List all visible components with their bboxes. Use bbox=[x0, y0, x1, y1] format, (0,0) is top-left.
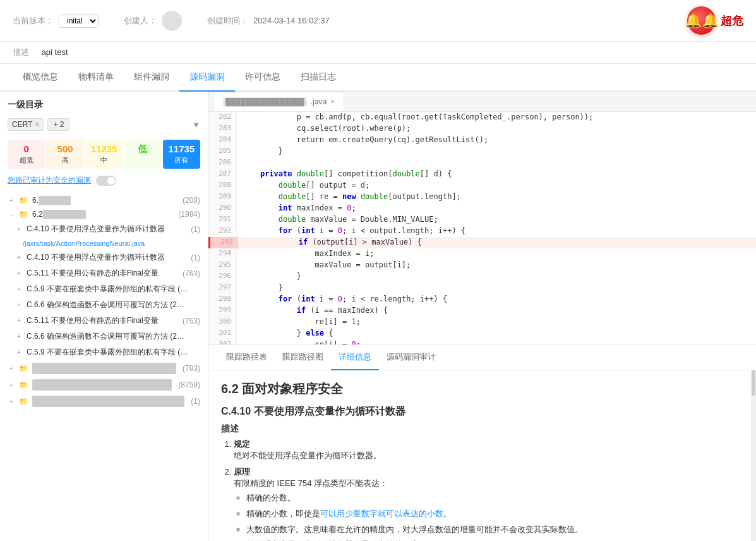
code-line-294: 294 maxIndex = i; bbox=[208, 248, 756, 260]
all-label: 所有 bbox=[165, 155, 198, 165]
tree-count-c410-1: (1) bbox=[191, 225, 200, 234]
tab-source[interactable]: 源码漏洞 bbox=[179, 64, 235, 92]
detail-tab-detail-info[interactable]: 详细信息 bbox=[331, 345, 379, 370]
severity-critical[interactable]: 0 超危 bbox=[8, 140, 45, 169]
scrollbar[interactable] bbox=[751, 345, 756, 541]
tree-item-c59-2[interactable]: + C.5.9 不要在嵌套类中暴露外部组的私有字段 (… bbox=[0, 344, 208, 360]
code-line-293: 293 if (output[i] > maxValue) { bbox=[208, 237, 756, 248]
tree-item-c511-2[interactable]: + C.5.11 不要使用公有静态的非Final变量 (763) bbox=[0, 313, 208, 329]
code-tab-java[interactable]: ████████████████ .java × bbox=[213, 92, 344, 111]
low-count: 低 bbox=[126, 143, 159, 155]
rule-title: C.4.10 不要使用浮点变量作为循环计数器 bbox=[221, 405, 743, 418]
creator-label: 创建人： bbox=[124, 15, 157, 27]
detail-tab-bar: 限踪路径表 限踪路径图 详细信息 源码漏洞审计 bbox=[208, 345, 756, 370]
detail-panel: 限踪路径表 限踪路径图 详细信息 源码漏洞审计 6.2 面对对象程序安全 C.4… bbox=[208, 344, 756, 541]
expand-icon-c511-2[interactable]: + bbox=[15, 317, 23, 324]
tab-components[interactable]: 组件漏洞 bbox=[124, 64, 179, 92]
line-num-287: 287 bbox=[208, 169, 237, 180]
expand-icon-6-1[interactable]: + bbox=[8, 197, 15, 204]
code-line-292: 292 for (int i = 0; i < output.length; i… bbox=[208, 226, 756, 237]
toggle-switch[interactable] bbox=[96, 176, 116, 186]
cert-tag-label: CERT bbox=[12, 120, 32, 129]
expand-icon-c410-2[interactable]: + bbox=[15, 254, 23, 261]
severity-low[interactable]: 低 bbox=[124, 140, 161, 169]
rule-1: 规定 绝对不能使用浮点变量作为循环计数器。 bbox=[234, 439, 743, 461]
rule-1-label: 规定 bbox=[234, 439, 250, 449]
desc-label: 描述 bbox=[13, 47, 29, 57]
expand-icon-783[interactable]: + bbox=[8, 365, 15, 372]
tab-overview[interactable]: 概览信息 bbox=[13, 64, 68, 92]
high-count: 500 bbox=[49, 143, 81, 154]
folder-icon-6-1: 📁 bbox=[19, 196, 28, 205]
all-count: 11735 bbox=[165, 143, 198, 154]
close-tab-btn[interactable]: × bbox=[330, 97, 335, 106]
expand-icon-8759[interactable]: + bbox=[8, 382, 15, 389]
bullet-2: 精确的小数，即使是可以用少量数字就可以表达的小数。 bbox=[246, 508, 743, 521]
tree-item-c59-1[interactable]: + C.5.9 不要在嵌套类中暴露外部组的私有字段 (… bbox=[0, 281, 208, 297]
folder-icon-783: 📁 bbox=[19, 364, 28, 373]
tab-bom[interactable]: 物料清单 bbox=[68, 64, 124, 92]
expand-icon-c59-1[interactable]: + bbox=[15, 286, 23, 293]
detail-tab-source-stat[interactable]: 源码漏洞审计 bbox=[379, 345, 443, 370]
filter-more-btn[interactable]: + 2 bbox=[47, 118, 69, 131]
filter-dropdown[interactable]: ▼ bbox=[192, 120, 200, 130]
cert-tag-close[interactable]: × bbox=[35, 120, 39, 129]
line-code-296: } bbox=[237, 271, 756, 283]
tree-container: + 📁 6.██████ (208) - 📁 6.2████████ (1984… bbox=[0, 191, 208, 412]
tree-item-path-1[interactable]: /jaxrs/task/ActionProcessingNeural.java bbox=[0, 237, 208, 250]
java-label: .java bbox=[311, 97, 327, 106]
tree-label-c66-2: C.6.6 确保构造函数不会调用可覆写的方法 (2… bbox=[27, 331, 200, 342]
tab-license[interactable]: 许可信息 bbox=[235, 64, 291, 92]
expand-icon-1[interactable]: + bbox=[8, 398, 15, 405]
code-line-287: 287 private double[] competition(double[… bbox=[208, 169, 756, 180]
tree-item-6-2[interactable]: - 📁 6.2████████ (1984) bbox=[0, 207, 208, 221]
danger-section: 🔔 超危 bbox=[687, 6, 743, 35]
line-code-289: double[] re = new double[output.length]; bbox=[237, 191, 756, 203]
review-link[interactable]: 您路已审计为安全的漏洞 bbox=[8, 175, 91, 186]
severity-medium[interactable]: 11235 中 bbox=[85, 140, 123, 169]
tree-item-783[interactable]: + 📁 ██████████ (783) bbox=[0, 360, 208, 377]
line-num-288: 288 bbox=[208, 180, 237, 191]
code-line-296: 296 } bbox=[208, 271, 756, 283]
detail-tab-trace-list[interactable]: 限踪路径表 bbox=[219, 345, 275, 370]
line-num-292: 292 bbox=[208, 226, 237, 237]
expand-icon-c511-1[interactable]: + bbox=[15, 270, 23, 277]
expand-icon-c410-1[interactable]: + bbox=[15, 226, 23, 233]
expand-icon-c59-2[interactable]: + bbox=[15, 349, 23, 356]
tree-item-c66-1[interactable]: + C.6.6 确保构造函数不会调用可覆写的方法 (2… bbox=[0, 297, 208, 313]
line-num-296: 296 bbox=[208, 271, 237, 283]
code-content[interactable]: 282 p = cb.and(p, cb.equal(root.get(Task… bbox=[208, 112, 756, 344]
cert-filter-tag[interactable]: CERT × bbox=[8, 118, 44, 131]
code-line-283: 283 cq.select(root).where(p); bbox=[208, 123, 756, 135]
detail-tab-trace-diagram[interactable]: 限踪路径图 bbox=[275, 345, 331, 370]
expand-icon-6-2[interactable]: - bbox=[8, 211, 15, 218]
tab-scan-log[interactable]: 扫描日志 bbox=[291, 64, 346, 92]
tree-item-6-1[interactable]: + 📁 6.██████ (208) bbox=[0, 193, 208, 207]
line-code-300: re[i] = 1; bbox=[237, 317, 756, 328]
code-panel: ████████████████ .java × 282 p = cb.and(… bbox=[208, 92, 756, 344]
code-line-299: 299 if (i == maxIndex) { bbox=[208, 305, 756, 317]
line-num-300: 300 bbox=[208, 317, 237, 328]
bullet-1: 精确的分数。 bbox=[246, 492, 743, 505]
line-code-286 bbox=[237, 157, 756, 169]
severity-all[interactable]: 11735 所有 bbox=[163, 140, 200, 169]
sidebar-title: 一级目录 bbox=[0, 99, 208, 116]
line-num-282: 282 bbox=[208, 112, 237, 123]
tree-item-1[interactable]: + 📁 ████ (1) bbox=[0, 393, 208, 410]
tree-item-c410-2[interactable]: + C.4.10 不要使用浮点变量作为循环计数器 (1) bbox=[0, 250, 208, 265]
line-num-283: 283 bbox=[208, 123, 237, 135]
tree-item-8759[interactable]: + 📁 ████████████ (8759) bbox=[0, 377, 208, 393]
line-code-284: return em.createQuery(cq).getResultList(… bbox=[237, 135, 756, 146]
expand-icon-c66-2[interactable]: + bbox=[15, 333, 23, 340]
tree-item-c410-1[interactable]: + C.4.10 不要使用浮点变量作为循环计数器 (1) bbox=[0, 221, 208, 237]
line-code-298: for (int i = 0; i < re.length; i++) { bbox=[237, 294, 756, 305]
critical-label: 超危 bbox=[10, 155, 42, 165]
code-line-295: 295 maxValue = output[i]; bbox=[208, 260, 756, 271]
expand-icon-c66-1[interactable]: + bbox=[15, 301, 23, 308]
tree-item-c66-2[interactable]: + C.6.6 确保构造函数不会调用可覆写的方法 (2… bbox=[0, 329, 208, 344]
version-select[interactable]: inital bbox=[59, 14, 99, 28]
app-container: 当前版本： inital 创建人： 创建时间： 2024-03-14 16:02… bbox=[0, 0, 756, 541]
line-code-292: for (int i = 0; i < output.length; i++) … bbox=[237, 226, 756, 237]
tree-item-c511-1[interactable]: + C.5.11 不要使用公有静态的非Final变量 (763) bbox=[0, 265, 208, 281]
severity-high[interactable]: 500 高 bbox=[46, 140, 83, 169]
